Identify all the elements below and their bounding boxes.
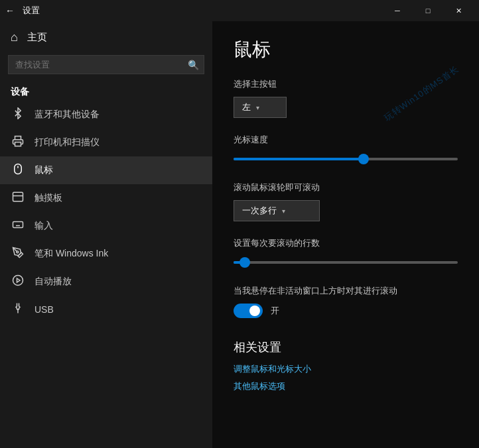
search-icon: 🔍 [188,60,199,70]
related-link-1[interactable]: 调整鼠标和光标大小 [234,363,458,375]
toggle-container: 开 [234,304,458,318]
related-settings-title: 相关设置 [234,339,458,355]
scroll-value: 一次多行 [242,205,277,217]
setting-primary-button: 选择主按钮 左 ▾ [234,78,458,118]
sidebar-item-pen-label: 笔和 Windows Ink [34,248,108,260]
svg-rect-3 [13,192,23,201]
page-title: 鼠标 [234,37,458,62]
search-input[interactable] [8,55,204,74]
touchpad-icon [11,191,25,205]
sidebar-item-mouse[interactable]: 鼠标 [0,156,212,184]
autoplay-icon [11,274,25,289]
minimize-button[interactable]: ─ [382,0,413,21]
slider-track [234,158,458,160]
setting-inactive-scroll: 当我悬停在非活动窗口上方时对其进行滚动 开 [234,285,458,318]
scroll-label: 滚动鼠标滚轮即可滚动 [234,182,458,194]
titlebar-title: 设置 [23,5,40,17]
primary-button-dropdown[interactable]: 左 ▾ [234,97,287,118]
cursor-speed-label: 光标速度 [234,134,458,146]
sidebar-item-input[interactable]: 输入 [0,212,212,240]
scroll-lines-label: 设置每次要滚动的行数 [234,237,458,249]
svg-rect-0 [15,142,21,146]
sidebar-item-input-label: 输入 [34,220,53,232]
cursor-speed-slider[interactable] [234,152,458,166]
primary-button-value: 左 [242,101,251,113]
pen-icon [11,247,25,261]
dropdown-arrow2-icon: ▾ [282,207,285,215]
scroll-lines-slider[interactable] [234,256,458,269]
sidebar-item-bluetooth[interactable]: 蓝牙和其他设备 [0,101,212,129]
inactive-scroll-toggle[interactable] [234,304,263,318]
scroll-dropdown[interactable]: 一次多行 ▾ [234,200,320,221]
inactive-scroll-label: 当我悬停在非活动窗口上方时对其进行滚动 [234,285,458,297]
home-label: 主页 [27,31,47,44]
svg-rect-5 [13,222,23,228]
printer-icon [11,135,25,150]
related-settings: 相关设置 调整鼠标和光标大小 其他鼠标选项 [234,339,458,392]
section-title: 设备 [0,82,212,101]
sidebar-item-mouse-label: 鼠标 [34,164,53,176]
dropdown-arrow-icon: ▾ [256,104,259,111]
titlebar-controls: ─ □ ✕ [382,0,474,21]
svg-rect-1 [15,164,22,174]
sidebar-home[interactable]: ⌂ 主页 [0,24,212,51]
sidebar-item-touchpad[interactable]: 触摸板 [0,184,212,212]
back-button[interactable]: ← [5,5,15,16]
sidebar: ⌂ 主页 🔍 设备 蓝牙和其他设备 打印机和扫描仪 [0,21,212,448]
sidebar-item-bluetooth-label: 蓝牙和其他设备 [34,109,100,121]
sidebar-item-usb[interactable]: USB [0,296,212,323]
sidebar-item-usb-label: USB [34,304,54,315]
sidebar-item-touchpad-label: 触摸板 [34,192,62,204]
bluetooth-icon [11,107,25,122]
main-layout: ⌂ 主页 🔍 设备 蓝牙和其他设备 打印机和扫描仪 [0,21,479,448]
sidebar-item-autoplay[interactable]: 自动播放 [0,268,212,296]
titlebar-left: ← 设置 [5,5,382,17]
primary-button-label: 选择主按钮 [234,78,458,90]
related-link-2[interactable]: 其他鼠标选项 [234,380,458,392]
titlebar: ← 设置 ─ □ ✕ [0,0,479,21]
svg-marker-13 [17,278,21,282]
maximize-button[interactable]: □ [413,0,443,21]
setting-scroll-lines: 设置每次要滚动的行数 [234,237,458,269]
content-area: 玩转Win10的MS首长 鼠标 选择主按钮 左 ▾ 光标速度 滚动鼠标滚轮即可滚… [212,21,479,448]
sidebar-item-autoplay-label: 自动播放 [34,276,72,288]
svg-point-12 [13,276,23,286]
slider-thumb[interactable] [358,154,369,164]
sidebar-item-printer[interactable]: 打印机和扫描仪 [0,129,212,156]
slider-track2 [234,261,458,264]
close-button[interactable]: ✕ [443,0,474,21]
keyboard-icon [11,219,25,233]
mouse-icon [11,163,25,178]
sidebar-item-printer-label: 打印机和扫描仪 [34,137,100,148]
slider-thumb2[interactable] [240,257,250,268]
toggle-knob [249,306,260,316]
toggle-on-label: 开 [271,305,279,317]
setting-scroll: 滚动鼠标滚轮即可滚动 一次多行 ▾ [234,182,458,221]
home-icon: ⌂ [11,30,18,44]
sidebar-search-container: 🔍 [8,55,204,74]
usb-icon [11,302,25,317]
svg-point-11 [17,251,19,253]
slider-fill [234,158,364,160]
setting-cursor-speed: 光标速度 [234,134,458,166]
sidebar-item-pen[interactable]: 笔和 Windows Ink [0,240,212,268]
